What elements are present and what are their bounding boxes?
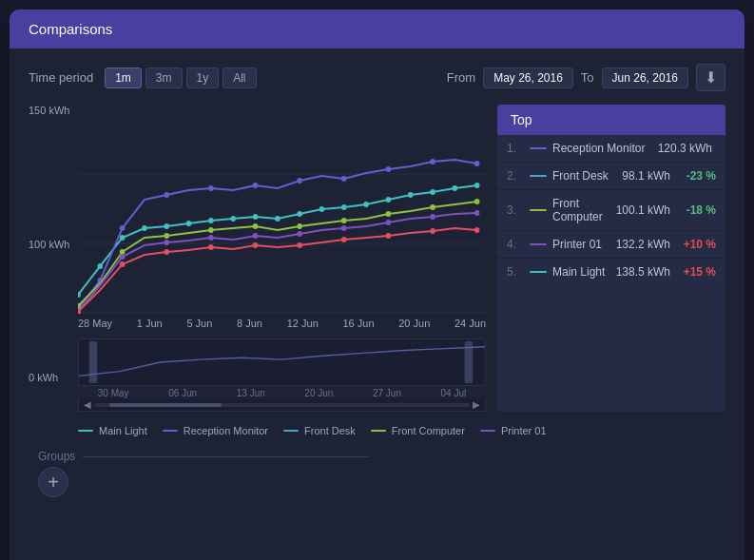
svg-point-20	[430, 189, 435, 195]
content-area: Time period 1m 3m 1y All From May 26, 20…	[10, 48, 744, 507]
svg-point-19	[408, 192, 414, 198]
main-window: Comparisons Time period 1m 3m 1y All Fro…	[10, 10, 744, 560]
svg-point-28	[253, 183, 259, 188]
top-header-label: Top	[511, 112, 532, 127]
top-rank-4: 4.	[507, 238, 524, 251]
svg-point-14	[297, 211, 302, 217]
mini-chart-svg	[79, 339, 485, 385]
svg-point-52	[430, 214, 435, 220]
period-1m[interactable]: 1m	[105, 68, 142, 88]
scroll-right-arrow[interactable]: ▶	[470, 399, 483, 410]
from-label: From	[447, 70, 475, 85]
mini-x-27jun: 27 Jun	[373, 388, 401, 398]
svg-point-15	[319, 206, 325, 212]
svg-point-60	[341, 237, 347, 242]
top-name-5: Main Light	[552, 265, 610, 279]
window-title: Comparisons	[29, 21, 112, 37]
svg-point-17	[363, 202, 369, 207]
svg-point-32	[430, 159, 435, 164]
top-panel-header: Top	[497, 105, 725, 135]
svg-point-40	[341, 218, 347, 223]
svg-point-62	[430, 228, 435, 234]
legend-color-main-light	[78, 430, 93, 432]
mini-x-13jun: 13 Jun	[237, 388, 265, 398]
title-bar: Comparisons	[10, 10, 744, 48]
top-rank-1: 1.	[507, 142, 524, 155]
mini-x-6jun: 06 Jun	[168, 388, 197, 398]
svg-point-63	[474, 227, 480, 233]
svg-point-50	[341, 225, 347, 231]
svg-point-55	[120, 261, 126, 267]
toolbar: Time period 1m 3m 1y All From May 26, 20…	[29, 64, 725, 91]
svg-point-61	[386, 233, 392, 239]
scroll-track	[94, 403, 470, 407]
svg-point-7	[142, 225, 147, 231]
svg-point-6	[120, 235, 126, 241]
add-group-button[interactable]: +	[38, 467, 68, 497]
top-row-3: 3. Front Computer 100.1 kWh -18 %	[497, 190, 725, 231]
svg-point-21	[453, 185, 458, 191]
top-name-2: Front Desk	[552, 169, 616, 183]
top-color-5	[530, 271, 547, 273]
svg-point-31	[386, 166, 392, 172]
x-label-20jun: 20 Jun	[398, 318, 430, 329]
legend-front-desk: Front Desk	[283, 425, 356, 436]
legend-front-computer: Front Computer	[371, 425, 465, 436]
legend-label-reception: Reception Monitor	[184, 425, 268, 436]
to-label: To	[581, 70, 594, 85]
svg-point-46	[164, 240, 169, 245]
x-label-12jun: 12 Jun	[287, 318, 319, 329]
top-change-4: +10 %	[680, 238, 716, 251]
top-color-3	[530, 209, 547, 211]
top-change-2: -23 %	[680, 169, 716, 183]
legend-label-main-light: Main Light	[99, 425, 147, 436]
top-name-1: Reception Monitor	[552, 142, 652, 155]
top-row-5: 5. Main Light 138.5 kWh +15 %	[497, 259, 725, 285]
chart-svg	[78, 105, 486, 314]
period-1y[interactable]: 1y	[186, 68, 220, 88]
mini-x-axis: 30 May 06 Jun 13 Jun 20 Jun 27 Jun 04 Ju…	[78, 388, 486, 398]
legend-label-printer: Printer 01	[501, 425, 547, 436]
svg-point-30	[341, 176, 347, 182]
x-label-24jun: 24 Jun	[454, 318, 486, 329]
legend-reception-monitor: Reception Monitor	[163, 425, 268, 436]
groups-label: Groups	[38, 450, 75, 463]
top-value-5: 138.5 kWh	[616, 265, 670, 279]
svg-point-25	[120, 225, 126, 231]
svg-point-29	[297, 178, 302, 183]
top-name-4: Printer 01	[552, 238, 610, 251]
svg-point-18	[386, 197, 392, 203]
svg-point-57	[208, 244, 214, 250]
scroll-left-arrow[interactable]: ◀	[81, 399, 94, 410]
top-panel: Top 1. Reception Monitor 120.3 kWh 2. Fr…	[497, 105, 725, 412]
legend-color-front-computer	[371, 430, 386, 432]
legend: Main Light Reception Monitor Front Desk …	[78, 425, 725, 440]
svg-point-16	[341, 204, 347, 210]
main-area: 150 kWh 100 kWh 0 kWh	[29, 105, 725, 412]
scroll-bar[interactable]: ◀ ▶	[78, 398, 486, 412]
svg-point-59	[297, 242, 302, 248]
top-change-5: +15 %	[680, 265, 716, 279]
legend-color-reception	[163, 430, 178, 432]
svg-point-27	[208, 185, 214, 191]
date-range: From May 26, 2016 To Jun 26, 2016 ⬇	[447, 64, 725, 91]
y-label-100: 100 kWh	[29, 239, 74, 250]
download-button[interactable]: ⬇	[696, 64, 725, 91]
legend-printer: Printer 01	[480, 425, 547, 436]
svg-point-10	[208, 218, 214, 223]
period-3m[interactable]: 3m	[145, 68, 183, 88]
svg-point-33	[474, 161, 480, 166]
top-rank-5: 5.	[507, 265, 524, 279]
top-value-1: 120.3 kWh	[658, 142, 712, 155]
chart-area: 150 kWh 100 kWh 0 kWh	[29, 105, 486, 412]
svg-point-8	[164, 223, 169, 229]
svg-point-22	[474, 183, 480, 188]
period-all[interactable]: All	[222, 68, 256, 88]
to-date[interactable]: Jun 26, 2016	[602, 68, 688, 88]
x-label-8jun: 8 Jun	[237, 318, 262, 329]
chart-plot	[78, 105, 486, 314]
top-value-3: 100.1 kWh	[616, 203, 670, 217]
svg-point-49	[297, 231, 302, 237]
scroll-thumb[interactable]	[109, 403, 222, 407]
from-date[interactable]: May 26, 2016	[483, 68, 573, 88]
